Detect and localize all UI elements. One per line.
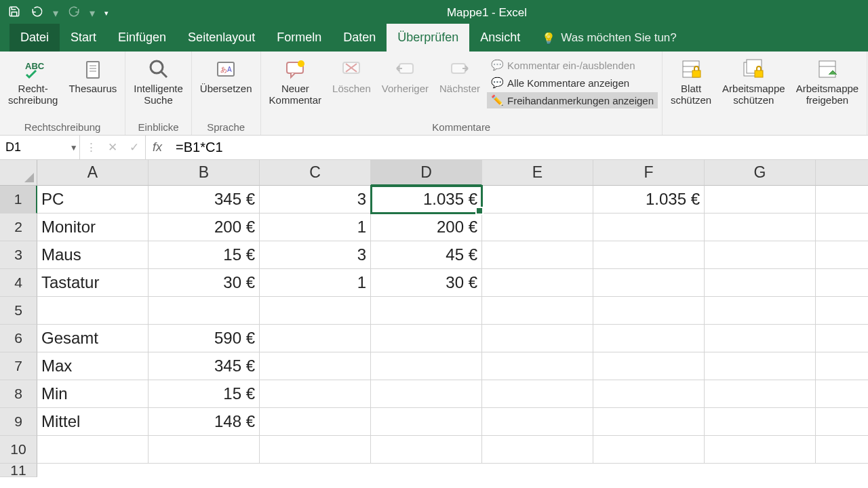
cell-B7[interactable]: 345 € xyxy=(149,352,260,380)
cell-H1[interactable] xyxy=(816,186,868,214)
cell-B10[interactable] xyxy=(149,436,260,464)
cell-C2[interactable]: 1 xyxy=(260,214,371,241)
fx-icon[interactable]: fx xyxy=(146,136,169,159)
cell-D9[interactable] xyxy=(371,408,482,436)
tab-file[interactable]: Datei xyxy=(9,24,60,52)
tab-data[interactable]: Daten xyxy=(332,24,387,52)
cell-F4[interactable] xyxy=(593,269,705,297)
cell-H5[interactable] xyxy=(816,297,868,325)
col-header[interactable]: A xyxy=(37,160,149,186)
row-header[interactable]: 10 xyxy=(0,436,37,464)
cell-D10[interactable] xyxy=(371,436,482,464)
show-hide-comment-button[interactable]: 💬 Kommentar ein-/ausblenden xyxy=(487,57,658,73)
cell-B1[interactable]: 345 € xyxy=(149,186,260,214)
cell-D3[interactable]: 45 € xyxy=(371,241,482,269)
cell-A9[interactable]: Mittel xyxy=(37,408,149,436)
name-box[interactable]: ▼ xyxy=(0,136,80,159)
cell-F1[interactable]: 1.035 € xyxy=(593,186,705,214)
cell-B6[interactable]: 590 € xyxy=(149,325,260,352)
thesaurus-button[interactable]: Thesaurus xyxy=(64,54,121,97)
cell-E10[interactable] xyxy=(482,436,593,464)
cell-H8[interactable] xyxy=(816,380,868,408)
cell-A7[interactable]: Max xyxy=(37,352,149,380)
cell-G4[interactable] xyxy=(705,269,816,297)
cell-B8[interactable]: 15 € xyxy=(149,380,260,408)
cell-G7[interactable] xyxy=(705,352,816,380)
cell-F7[interactable] xyxy=(593,352,705,380)
cell-F2[interactable] xyxy=(593,214,705,241)
translate-button[interactable]: あA Übersetzen xyxy=(196,54,256,97)
name-box-input[interactable] xyxy=(0,136,68,159)
cell-G5[interactable] xyxy=(705,297,816,325)
cell-E1[interactable] xyxy=(482,186,593,214)
cell-D7[interactable] xyxy=(371,352,482,380)
row-header[interactable]: 4 xyxy=(0,269,37,297)
col-header[interactable]: C xyxy=(260,160,371,186)
cell-F9[interactable] xyxy=(593,408,705,436)
show-all-comments-button[interactable]: 💬 Alle Kommentare anzeigen xyxy=(487,75,658,91)
cell-E6[interactable] xyxy=(482,325,593,352)
cell-H9[interactable] xyxy=(816,408,868,436)
cell-C10[interactable] xyxy=(260,436,371,464)
tab-insert[interactable]: Einfügen xyxy=(107,24,177,52)
col-header[interactable]: B xyxy=(149,160,260,186)
col-header[interactable] xyxy=(816,160,868,186)
cell-C8[interactable] xyxy=(260,380,371,408)
cell-H4[interactable] xyxy=(816,269,868,297)
enter-icon[interactable]: ✓ xyxy=(123,136,145,159)
cell-B4[interactable]: 30 € xyxy=(149,269,260,297)
cell-F10[interactable] xyxy=(593,436,705,464)
spelling-button[interactable]: ABC Recht- schreibung xyxy=(4,54,62,109)
cell-G10[interactable] xyxy=(705,436,816,464)
cell-H6[interactable] xyxy=(816,325,868,352)
col-header[interactable]: G xyxy=(705,160,816,186)
cell-C9[interactable] xyxy=(260,408,371,436)
formula-input[interactable] xyxy=(169,136,868,159)
cancel-icon[interactable]: ✕ xyxy=(102,136,123,159)
cell-G2[interactable] xyxy=(705,214,816,241)
next-comment-button[interactable]: Nächster xyxy=(435,54,484,97)
save-icon[interactable] xyxy=(5,3,23,23)
cell-F3[interactable] xyxy=(593,241,705,269)
cell-D8[interactable] xyxy=(371,380,482,408)
cell-C3[interactable]: 3 xyxy=(260,241,371,269)
cell-B2[interactable]: 200 € xyxy=(149,214,260,241)
cell-E2[interactable] xyxy=(482,214,593,241)
tab-home[interactable]: Start xyxy=(60,24,107,52)
cell-E9[interactable] xyxy=(482,408,593,436)
cell-A6[interactable]: Gesamt xyxy=(37,325,149,352)
cell-D5[interactable] xyxy=(371,297,482,325)
cell-E7[interactable] xyxy=(482,352,593,380)
smart-lookup-button[interactable]: Intelligente Suche xyxy=(130,54,187,109)
cell-D6[interactable] xyxy=(371,325,482,352)
row-header[interactable]: 2 xyxy=(0,214,37,241)
cell-B3[interactable]: 15 € xyxy=(149,241,260,269)
tab-review[interactable]: Überprüfen xyxy=(387,24,469,52)
cell-F6[interactable] xyxy=(593,325,705,352)
new-comment-button[interactable]: Neuer Kommentar xyxy=(265,54,326,109)
row-header[interactable]: 9 xyxy=(0,408,37,436)
row-header[interactable]: 11 xyxy=(0,464,37,477)
cell-F8[interactable] xyxy=(593,380,705,408)
cell-G1[interactable] xyxy=(705,186,816,214)
row-header[interactable]: 5 xyxy=(0,297,37,325)
share-workbook-button[interactable]: Arbeitsmappe freigeben xyxy=(792,54,863,109)
cell-H7[interactable] xyxy=(816,352,868,380)
customize-qat-icon[interactable]: ▾ xyxy=(102,6,111,20)
show-ink-button[interactable]: ✏️ Freihandanmerkungen anzeigen xyxy=(487,92,658,108)
row-header[interactable]: 8 xyxy=(0,380,37,408)
row-header[interactable]: 1 xyxy=(0,186,37,214)
cell-A4[interactable]: Tastatur xyxy=(37,269,149,297)
cell-C7[interactable] xyxy=(260,352,371,380)
cell-A10[interactable] xyxy=(37,436,149,464)
cell-E3[interactable] xyxy=(482,241,593,269)
cell-F5[interactable] xyxy=(593,297,705,325)
name-box-dropdown-icon[interactable]: ▼ xyxy=(68,143,79,152)
tell-me-search[interactable]: 💡 Was möchten Sie tun? xyxy=(531,24,687,52)
tab-formulas[interactable]: Formeln xyxy=(266,24,332,52)
cell-B9[interactable]: 148 € xyxy=(149,408,260,436)
cell-G8[interactable] xyxy=(705,380,816,408)
protect-sheet-button[interactable]: Blatt schützen xyxy=(667,54,715,109)
cell-G3[interactable] xyxy=(705,241,816,269)
cell-A2[interactable]: Monitor xyxy=(37,214,149,241)
